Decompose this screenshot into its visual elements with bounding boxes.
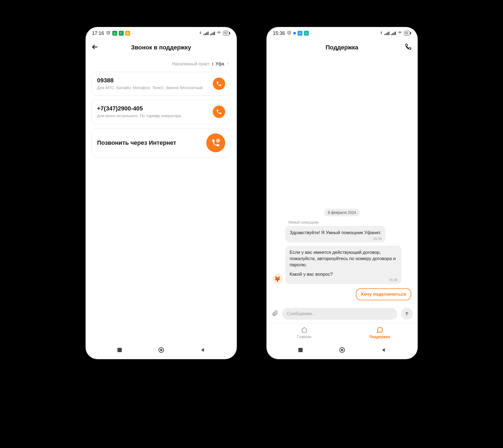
phone-card-full[interactable]: +7(347)2900-405 Для всего остального. По… — [92, 100, 231, 124]
status-dot-icon — [293, 32, 296, 35]
phone-number: 09388 — [97, 77, 204, 84]
chat-message-text: Какой у вас вопрос? — [290, 271, 397, 278]
android-nav — [266, 342, 418, 359]
location-label: Населенный пункт: — [172, 62, 210, 66]
phone-support-chat: 15:36 ✈ ◎ ·· 61 — [266, 27, 418, 359]
call-icon[interactable] — [213, 106, 225, 118]
tab-support[interactable]: Поддержка — [342, 323, 418, 342]
call-icon[interactable] — [213, 78, 225, 90]
svg-rect-6 — [298, 348, 303, 352]
status-app-icon: ◎ — [112, 31, 117, 36]
back-nav-button[interactable] — [381, 347, 386, 354]
chat-message-time: 15:36 — [373, 236, 382, 241]
home-button[interactable] — [158, 347, 164, 354]
call-button[interactable] — [405, 43, 412, 52]
phone-card-short[interactable]: 09388 Для МТС, Билайн, Мегафон, Теле2. З… — [92, 72, 231, 96]
phone-number: +7(347)2900-405 — [97, 105, 182, 112]
internet-call-label: Позвонить через Интернет — [97, 139, 176, 146]
phone-call-support: 17:16 ◎ F ✿ ·· 52 — [86, 27, 237, 359]
chat-composer: Сообщение... — [266, 305, 418, 323]
internet-call-card[interactable]: Позвонить через Интернет — [92, 128, 231, 157]
phone-note: Для всего остального. По тарифу оператор… — [97, 113, 182, 119]
message-input[interactable]: Сообщение... — [282, 308, 397, 320]
chevron-right-icon — [226, 62, 230, 66]
status-app-icon: ◎ — [304, 31, 309, 36]
status-more-icon: ·· — [310, 31, 313, 35]
alarm-icon — [287, 30, 292, 36]
status-bar: 17:16 ◎ F ✿ ·· 52 — [86, 27, 237, 39]
status-app-icon: F — [119, 31, 124, 36]
chat-message: Здравствуйте! Я Умный помощник Уфанет. 1… — [272, 226, 412, 242]
status-app-icon: ✿ — [125, 31, 130, 36]
status-bar: 15:36 ✈ ◎ ·· 61 — [266, 27, 418, 39]
signal-icon — [384, 31, 389, 35]
signal-icon — [204, 31, 208, 35]
internet-call-icon[interactable] — [206, 133, 225, 152]
screen-header: Поддержка — [266, 39, 418, 56]
status-time: 17:16 — [92, 31, 104, 36]
chat-message-time: 15:36 — [389, 278, 398, 282]
page-title: Поддержка — [326, 44, 358, 51]
wifi-icon — [397, 31, 402, 36]
status-more-icon: ·· — [132, 31, 134, 35]
back-nav-button[interactable] — [200, 347, 205, 354]
phone-note: Для МТС, Билайн, Мегафон, Теле2. Звонок … — [97, 85, 204, 90]
home-button[interactable] — [339, 347, 345, 354]
bottom-tabs: Главная Поддержка — [266, 323, 418, 342]
attach-icon[interactable] — [271, 310, 278, 318]
recents-button[interactable] — [117, 347, 122, 354]
battery-indicator: 61 — [404, 31, 410, 36]
status-app-icon: ✈ — [298, 31, 302, 36]
chat-date-chip: 8 февраля 2024 — [324, 209, 360, 216]
battery-indicator: 52 — [223, 31, 229, 36]
recents-button[interactable] — [298, 347, 303, 354]
status-time: 15:36 — [273, 31, 285, 36]
chat-message-text: Если у вас имеется действующий договор, … — [290, 250, 397, 268]
bluetooth-icon — [199, 31, 202, 36]
tab-label: Главная — [297, 335, 311, 339]
chat-sender-label: Умный помощник — [288, 220, 412, 224]
chat-message: 🦊 Если у вас имеется действующий договор… — [272, 246, 412, 284]
svg-point-4 — [160, 349, 162, 351]
location-city: г. Уфа — [212, 62, 224, 66]
signal-icon — [210, 31, 215, 35]
bot-avatar: 🦊 — [272, 274, 283, 284]
tab-home[interactable]: Главная — [266, 323, 342, 342]
back-button[interactable] — [91, 43, 99, 52]
message-placeholder: Сообщение... — [287, 311, 316, 316]
chat-message-text: Здравствуйте! Я Умный помощник Уфанет. — [290, 230, 382, 235]
svg-point-8 — [341, 349, 343, 351]
alarm-icon — [106, 30, 111, 36]
send-button[interactable] — [401, 308, 413, 320]
screen-header: Звонок в поддержку — [86, 39, 237, 56]
location-selector[interactable]: Населенный пункт: г. Уфа — [86, 56, 237, 72]
bluetooth-icon — [380, 31, 383, 36]
page-title: Звонок в поддержку — [131, 44, 191, 51]
signal-icon — [391, 31, 396, 35]
android-nav — [86, 342, 237, 359]
quick-reply-button[interactable]: Хочу подключиться — [356, 288, 411, 300]
svg-rect-2 — [117, 348, 122, 352]
wifi-icon — [217, 31, 221, 36]
tab-label: Поддержка — [369, 335, 390, 339]
